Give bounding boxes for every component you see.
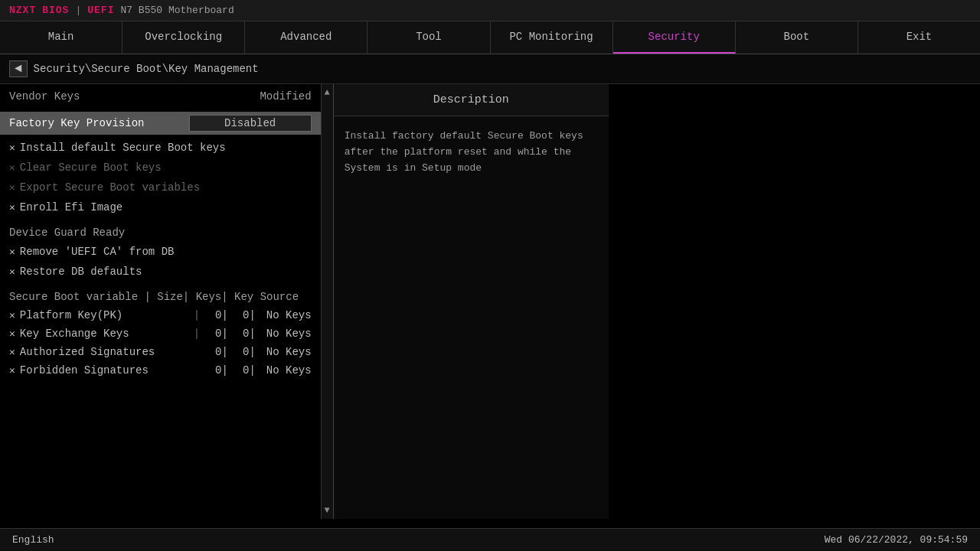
- wrench-icon-enroll: ✕: [9, 201, 15, 214]
- scroll-down-arrow[interactable]: ▼: [323, 504, 332, 517]
- sb-kek-keys: 0|: [233, 328, 256, 340]
- menu-export-vars[interactable]: ✕ Export Secure Boot variables: [0, 178, 321, 197]
- menu-restore-db[interactable]: ✕ Restore DB defaults: [0, 262, 321, 282]
- sb-row-auth-sig[interactable]: ✕ Authorized Signatures 0| 0| No Keys: [9, 343, 312, 361]
- menu-install-default-label: Install default Secure Boot keys: [20, 142, 226, 154]
- scrollbar[interactable]: ▲ ▼: [321, 84, 333, 519]
- brand-nzxt: NZXT: [9, 5, 36, 16]
- factory-key-row[interactable]: Factory Key Provision Disabled: [0, 112, 321, 135]
- sb-auth-sig-size: 0|: [205, 346, 228, 358]
- sb-pk-sep: |: [193, 309, 201, 321]
- sb-row-pk[interactable]: ✕ Platform Key(PK) | 0| 0| No Keys: [9, 306, 312, 324]
- description-body: Install factory default Secure Boot keys…: [334, 116, 609, 188]
- menu-export-vars-label: Export Secure Boot variables: [20, 181, 200, 194]
- sb-pk-keys: 0|: [233, 309, 256, 321]
- menu-enroll-efi[interactable]: ✕ Enroll Efi Image: [0, 197, 321, 217]
- tab-pc-monitoring[interactable]: PC Monitoring: [491, 21, 613, 54]
- device-guard-section: Device Guard Ready: [0, 217, 321, 242]
- sb-forbidden-sig-size: 0|: [205, 364, 228, 377]
- board-model: N7 B550 Motherboard: [120, 5, 234, 16]
- factory-key-label: Factory Key Provision: [9, 117, 189, 129]
- vendor-keys-value: Modified: [260, 90, 311, 103]
- menu-remove-uefi-ca[interactable]: ✕ Remove 'UEFI CA' from DB: [0, 242, 321, 262]
- bios-header: NZXT BIOS | UEFI N7 B550 Motherboard: [0, 0, 980, 21]
- tab-exit[interactable]: Exit: [858, 21, 980, 54]
- tab-advanced[interactable]: Advanced: [245, 21, 368, 54]
- sb-pk-name: Platform Key(PK): [20, 309, 188, 321]
- breadcrumb-path: Security\Secure Boot\Key Management: [34, 63, 259, 75]
- menu-enroll-efi-label: Enroll Efi Image: [20, 201, 122, 214]
- sb-pk-size: 0|: [205, 309, 228, 321]
- sb-kek-name: Key Exchange Keys: [20, 328, 188, 340]
- wrench-icon-forbidden-sig: ✕: [9, 364, 15, 377]
- sb-auth-sig-keys: 0|: [233, 346, 256, 358]
- sb-table: Secure Boot variable | Size| Keys| Key S…: [0, 282, 321, 383]
- factory-key-value: Disabled: [189, 115, 312, 132]
- menu-clear-keys[interactable]: ✕ Clear Secure Boot keys: [0, 158, 321, 178]
- menu-remove-uefi-ca-label: Remove 'UEFI CA' from DB: [20, 246, 175, 258]
- back-button[interactable]: ◄: [9, 60, 28, 77]
- wrench-icon-export: ✕: [9, 181, 15, 194]
- wrench-icon-auth-sig: ✕: [9, 346, 15, 358]
- sb-table-header: Secure Boot variable | Size| Keys| Key S…: [9, 291, 312, 303]
- tab-overclocking[interactable]: Overclocking: [122, 21, 245, 54]
- sb-auth-sig-name: Authorized Signatures: [20, 346, 188, 358]
- wrench-icon-kek: ✕: [9, 328, 15, 340]
- tab-security[interactable]: Security: [613, 21, 736, 54]
- breadcrumb-bar: ◄ Security\Secure Boot\Key Management: [0, 54, 980, 84]
- sb-kek-source: No Keys: [266, 328, 312, 340]
- main-area: Vendor Keys Modified Factory Key Provisi…: [0, 84, 980, 519]
- sb-kek-size: 0|: [205, 328, 228, 340]
- sb-forbidden-sig-source: No Keys: [266, 364, 312, 377]
- wrench-icon-restore: ✕: [9, 266, 15, 278]
- brand-separator: |: [75, 5, 81, 16]
- content-scroll-wrapper: Vendor Keys Modified Factory Key Provisi…: [0, 84, 333, 519]
- sb-forbidden-sig-name: Forbidden Signatures: [20, 364, 188, 377]
- vendor-keys-label: Vendor Keys: [9, 90, 80, 103]
- sb-auth-sig-source: No Keys: [266, 346, 312, 358]
- menu-restore-db-label: Restore DB defaults: [20, 266, 142, 278]
- wrench-icon-clear: ✕: [9, 161, 15, 174]
- statusbar: English Wed 06/22/2022, 09:54:59: [0, 528, 980, 551]
- sb-row-forbidden-sig[interactable]: ✕ Forbidden Signatures 0| 0| No Keys: [9, 361, 312, 380]
- sb-forbidden-sig-keys: 0|: [233, 364, 256, 377]
- vendor-keys-row: Vendor Keys Modified: [0, 84, 321, 109]
- tab-boot[interactable]: Boot: [736, 21, 858, 54]
- sb-kek-sep: |: [193, 328, 201, 340]
- menu-install-default[interactable]: ✕ Install default Secure Boot keys: [0, 138, 321, 158]
- status-language: English: [12, 534, 54, 546]
- status-datetime: Wed 06/22/2022, 09:54:59: [825, 534, 968, 546]
- sb-pk-source: No Keys: [266, 309, 312, 321]
- sb-row-kek[interactable]: ✕ Key Exchange Keys | 0| 0| No Keys: [9, 324, 312, 343]
- wrench-icon-pk: ✕: [9, 309, 15, 321]
- brand-bios: BIOS: [42, 5, 69, 16]
- nav-bar: Main Overclocking Advanced Tool PC Monit…: [0, 21, 980, 54]
- scroll-up-arrow[interactable]: ▲: [323, 86, 332, 99]
- tab-main[interactable]: Main: [0, 21, 122, 54]
- description-panel: Description Install factory default Secu…: [333, 84, 609, 519]
- wrench-icon-remove-ca: ✕: [9, 246, 15, 258]
- content-inner: Vendor Keys Modified Factory Key Provisi…: [0, 84, 321, 519]
- brand-uefi: UEFI: [87, 5, 114, 16]
- tab-tool[interactable]: Tool: [368, 21, 490, 54]
- wrench-icon-install: ✕: [9, 142, 15, 154]
- description-title: Description: [334, 84, 609, 116]
- menu-clear-keys-label: Clear Secure Boot keys: [20, 161, 162, 174]
